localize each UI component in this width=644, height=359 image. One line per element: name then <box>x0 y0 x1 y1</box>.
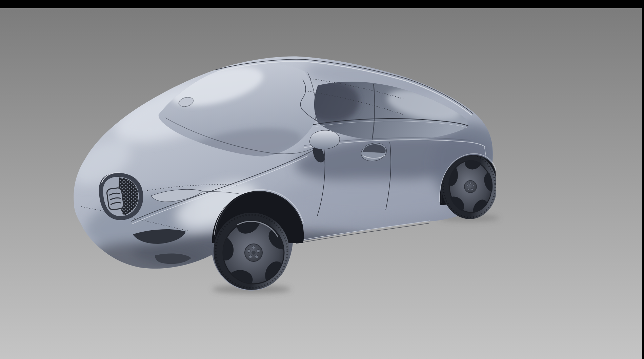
seat-badge <box>106 187 124 210</box>
front-center-cap <box>251 251 256 255</box>
cad-render-canvas <box>0 0 644 359</box>
screenshot-frame <box>0 0 644 359</box>
top-letterbox-bar <box>0 0 644 8</box>
seat-badge-plate <box>106 187 124 210</box>
door-lower-light <box>283 178 463 218</box>
right-letterbox-bar <box>642 8 644 359</box>
